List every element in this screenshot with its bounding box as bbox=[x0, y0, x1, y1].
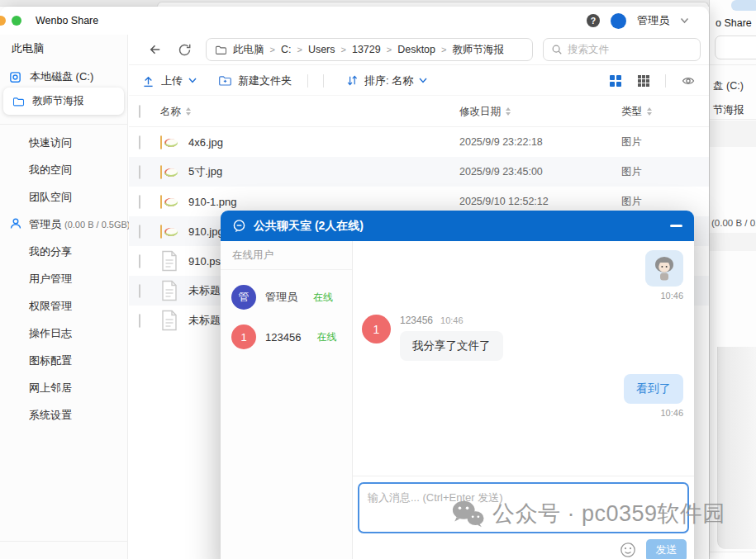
search-input[interactable] bbox=[568, 44, 675, 55]
dense-grid-view-icon[interactable] bbox=[637, 74, 650, 88]
sidebar-item-label: 我的空间 bbox=[29, 163, 72, 178]
sticker-image bbox=[652, 255, 677, 282]
breadcrumb-segment[interactable]: Users bbox=[308, 44, 335, 55]
minimize-icon[interactable] bbox=[670, 225, 682, 227]
row-checkbox[interactable] bbox=[139, 225, 140, 239]
message-timestamp: 10:46 bbox=[660, 291, 683, 301]
sidebar-item-label: 我的分享 bbox=[29, 244, 72, 259]
online-user-row[interactable]: 1 123456 在线 bbox=[221, 317, 352, 357]
sidebar-item-quick-access[interactable]: 快速访问 bbox=[0, 129, 128, 156]
online-user-row[interactable]: 管 管理员 在线 bbox=[221, 277, 352, 317]
file-icon bbox=[160, 310, 178, 331]
sidebar-item-admin-quota[interactable]: 管理员 (0.00 B / 0.5GB) bbox=[0, 211, 128, 238]
breadcrumb-segment[interactable]: Desktop bbox=[397, 44, 435, 55]
emoji-icon[interactable] bbox=[620, 542, 636, 558]
row-checkbox[interactable] bbox=[139, 254, 140, 268]
sidebar-item-label: 用户管理 bbox=[29, 272, 72, 287]
background-folder-label: 节海报 bbox=[713, 103, 744, 117]
new-folder-button[interactable]: 新建文件夹 bbox=[218, 73, 292, 88]
upload-button[interactable]: 上传 bbox=[141, 73, 197, 88]
row-checkbox[interactable] bbox=[139, 165, 140, 179]
column-type-label: 类型 bbox=[621, 105, 642, 119]
breadcrumb-segment[interactable]: C: bbox=[281, 44, 292, 55]
user-avatar: 1 bbox=[231, 325, 256, 349]
table-row[interactable]: 5寸.jpg 2025/9/9 23:45:00 图片 bbox=[129, 157, 709, 187]
breadcrumb-separator: > bbox=[297, 45, 302, 54]
divider bbox=[710, 64, 756, 65]
sidebar-item-label: 系统设置 bbox=[29, 408, 72, 423]
message-timestamp: 10:46 bbox=[660, 408, 683, 418]
file-name: 5寸.jpg bbox=[188, 164, 459, 179]
column-header-type[interactable]: 类型 bbox=[621, 105, 652, 119]
sidebar-item-user-management[interactable]: 用户管理 bbox=[0, 265, 128, 292]
sidebar-item-network-neighbors[interactable]: 网上邻居 bbox=[0, 374, 128, 401]
sort-label: 排序: 名称 bbox=[364, 73, 413, 88]
sidebar-item-icon-config[interactable]: 图标配置 bbox=[0, 347, 128, 374]
breadcrumb[interactable]: 此电脑 > C: > Users > 13729 > Desktop > 教师节… bbox=[206, 38, 533, 61]
sidebar-item-label: 权限管理 bbox=[29, 299, 72, 314]
breadcrumb-segment[interactable]: 13729 bbox=[352, 44, 381, 55]
message-bubble: 看到了 bbox=[624, 374, 683, 404]
send-button[interactable]: 发送 bbox=[646, 539, 687, 559]
online-status-badge: 在线 bbox=[316, 330, 336, 344]
breadcrumb-segment[interactable]: 教师节海报 bbox=[452, 43, 504, 57]
refresh-icon[interactable] bbox=[177, 42, 193, 58]
column-header-name[interactable]: 名称 bbox=[160, 105, 459, 119]
background-scroll-panel bbox=[717, 347, 756, 549]
sidebar-item-disk-c[interactable]: 本地磁盘 (C:) bbox=[0, 66, 128, 88]
user-name: 管理员 bbox=[265, 290, 297, 305]
message-avatar[interactable]: 1 bbox=[362, 315, 391, 343]
row-checkbox[interactable] bbox=[139, 284, 140, 298]
app-title: Wenbo Share bbox=[36, 15, 98, 26]
message-sender: 123456 bbox=[400, 315, 433, 326]
chevron-down-icon bbox=[419, 78, 427, 83]
message-timestamp: 10:46 bbox=[440, 315, 464, 325]
breadcrumb-segment[interactable]: 此电脑 bbox=[233, 43, 264, 57]
divider bbox=[710, 119, 756, 120]
image-thumbnail bbox=[160, 135, 162, 149]
breadcrumb-separator: > bbox=[387, 45, 392, 54]
sidebar-item-label: 管理员 bbox=[29, 217, 61, 232]
sidebar-item-team-space[interactable]: 团队空间 bbox=[0, 183, 128, 211]
file-date: 2025/9/9 23:22:18 bbox=[459, 136, 621, 148]
help-icon[interactable]: ? bbox=[587, 14, 600, 27]
sidebar-item-system-settings[interactable]: 系统设置 bbox=[0, 401, 128, 429]
eye-icon[interactable] bbox=[681, 75, 696, 87]
row-checkbox[interactable] bbox=[139, 195, 140, 209]
select-all-checkbox[interactable] bbox=[139, 105, 140, 118]
background-window-top-strip bbox=[0, 0, 709, 7]
sort-button[interactable]: 排序: 名称 bbox=[345, 73, 427, 88]
row-checkbox[interactable] bbox=[139, 135, 140, 149]
back-icon[interactable] bbox=[147, 41, 164, 58]
window-control-dot-orange[interactable] bbox=[0, 16, 6, 26]
file-date: 2025/9/10 12:52:12 bbox=[459, 196, 621, 207]
chat-title: 公共聊天室 (2人在线) bbox=[254, 219, 364, 234]
sidebar-item-label: 图标配置 bbox=[29, 353, 72, 368]
disk-icon bbox=[8, 70, 22, 84]
sidebar-item-permission-management[interactable]: 权限管理 bbox=[0, 292, 128, 320]
divider bbox=[307, 74, 308, 88]
sidebar-item-operation-log[interactable]: 操作日志 bbox=[0, 320, 128, 347]
table-row[interactable]: 4x6.jpg 2025/9/9 23:22:18 图片 bbox=[129, 127, 709, 157]
background-search-box bbox=[715, 36, 756, 59]
sticker-bubble[interactable] bbox=[645, 250, 683, 287]
sidebar-item-label: 操作日志 bbox=[29, 326, 72, 341]
user-menu[interactable]: 管理员 bbox=[637, 13, 669, 28]
search-box[interactable] bbox=[543, 38, 701, 61]
row-checkbox[interactable] bbox=[139, 314, 140, 328]
sort-carets-icon bbox=[506, 107, 511, 116]
sidebar-item-my-space[interactable]: 我的空间 bbox=[0, 156, 128, 183]
search-icon bbox=[551, 44, 563, 55]
chevron-down-icon[interactable] bbox=[680, 17, 689, 24]
titlebar: Wenbo Share ? 管理员 bbox=[0, 7, 709, 35]
message-input[interactable] bbox=[358, 482, 689, 533]
grid-view-icon[interactable] bbox=[609, 74, 622, 88]
chat-header[interactable]: 公共聊天室 (2人在线) bbox=[221, 211, 694, 241]
sidebar-item-folder-selected[interactable]: 教师节海报 bbox=[3, 88, 124, 115]
avatar[interactable] bbox=[611, 13, 626, 29]
online-users-label: 在线用户 bbox=[221, 241, 352, 270]
background-disk-label: 盘 (C:) bbox=[713, 79, 744, 93]
sidebar-item-my-shares[interactable]: 我的分享 bbox=[0, 238, 128, 265]
column-header-date[interactable]: 修改日期 bbox=[459, 105, 621, 119]
window-control-dot-green[interactable] bbox=[12, 16, 21, 26]
